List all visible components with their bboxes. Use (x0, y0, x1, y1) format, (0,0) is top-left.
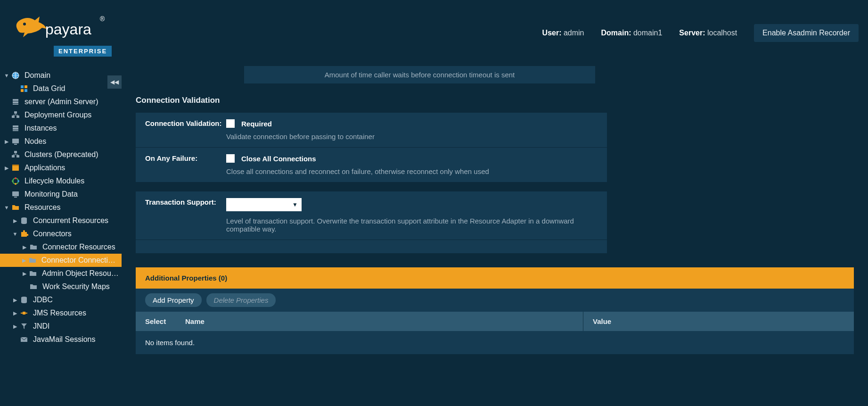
delete-properties-button[interactable]: Delete Properties (206, 293, 276, 307)
monitor-icon (11, 137, 20, 146)
enable-recorder-button[interactable]: Enable Asadmin Recorder (754, 24, 859, 42)
validation-form: Connection Validation: Required Validate… (136, 113, 607, 182)
properties-table-head: Select Name Value (136, 312, 854, 331)
sidebar-item-label: Data Grid (33, 84, 65, 93)
checkbox-close-all-label: Close All Connections (241, 155, 316, 163)
sidebar-item-label: Work Security Maps (42, 282, 110, 291)
properties-empty: No items found. (136, 331, 854, 354)
sidebar-item-label: Concurrent Resources (33, 216, 108, 225)
chevron-right-icon[interactable]: ▶ (12, 218, 18, 224)
th-name: Name (176, 312, 583, 331)
svg-rect-7 (25, 89, 27, 92)
sidebar-item-jndi[interactable]: ▶JNDI (0, 320, 122, 333)
sidebar-item-javamail-sessions[interactable]: JavaMail Sessions (0, 333, 122, 346)
domain-info: Domain: domain1 (601, 29, 663, 37)
cycle-icon (11, 177, 20, 185)
sidebar-item-connector-connection-pools[interactable]: ▶Connector Connection Pools (0, 254, 122, 267)
sidebar-item-jdbc[interactable]: ▶JDBC (0, 293, 122, 307)
additional-properties-header: Additional Properties (0) (136, 267, 854, 289)
help-on-any-failure: Close all connections and reconnect on f… (226, 167, 598, 175)
globe-icon (11, 71, 20, 80)
sidebar-item-label: Monitoring Data (25, 190, 78, 199)
svg-point-27 (15, 183, 16, 185)
server-value: localhost (707, 29, 737, 37)
svg-rect-30 (14, 197, 17, 198)
chevron-down-icon[interactable]: ▼ (12, 231, 18, 237)
sidebar-item-connector-resources[interactable]: ▶Connector Resources (0, 240, 122, 254)
svg-rect-29 (12, 191, 19, 196)
server-label: Server: (679, 29, 705, 37)
row-on-any-failure: On Any Failure: Close All Connections Cl… (136, 148, 607, 182)
sidebar-item-deployment-groups[interactable]: Deployment Groups (0, 108, 122, 122)
chevron-right-icon[interactable]: ▶ (22, 271, 27, 277)
chevron-right-icon[interactable]: ▶ (12, 297, 18, 303)
domain-value: domain1 (633, 29, 662, 37)
timeout-description: Amount of time caller waits before conne… (244, 66, 595, 83)
checkbox-required[interactable] (226, 119, 235, 128)
svg-rect-11 (14, 111, 17, 114)
collapse-sidebar-button[interactable]: ◀◀ (107, 75, 122, 89)
svg-rect-23 (12, 165, 19, 166)
sidebar-item-work-security-maps[interactable]: Work Security Maps (0, 280, 122, 293)
sidebar-item-resources[interactable]: ▼Resources (0, 201, 122, 214)
sidebar-item-server-admin-server[interactable]: server (Admin Server) (0, 95, 122, 108)
enterprise-badge: ENTERPRISE (54, 46, 112, 57)
chevron-down-icon[interactable]: ▼ (4, 205, 9, 210)
sidebar-item-monitoring-data[interactable]: Monitoring Data (0, 188, 122, 201)
sidebar-item-label: Connectors (33, 230, 72, 238)
folder-icon (28, 256, 37, 265)
th-value: Value (583, 312, 854, 331)
sidebar-item-label: server (Admin Server) (25, 98, 98, 106)
sidebar-item-jms-resources[interactable]: ▶JMS Resources (0, 307, 122, 320)
chevron-down-icon[interactable]: ▼ (4, 73, 9, 78)
sidebar-item-label: Connector Connection Pools (41, 256, 119, 265)
label-transaction-support: Transaction Support: (145, 198, 226, 233)
sidebar-item-label: JMS Resources (33, 309, 86, 317)
spacer-row (136, 240, 607, 253)
jms-icon (20, 309, 28, 317)
add-property-button[interactable]: Add Property (145, 293, 202, 307)
sidebar-item-label: JavaMail Sessions (33, 335, 96, 344)
help-transaction-support: Level of transaction support. Overwrite … (226, 217, 598, 233)
row-connection-validation: Connection Validation: Required Validate… (136, 113, 607, 148)
sidebar-item-label: Connector Resources (42, 243, 115, 251)
chevron-right-icon[interactable]: ▶ (4, 139, 9, 145)
sidebar-item-admin-object-resources[interactable]: ▶Admin Object Resources (0, 267, 122, 280)
sidebar-item-concurrent-resources[interactable]: ▶Concurrent Resources (0, 214, 122, 227)
chevron-right-icon[interactable]: ▶ (22, 244, 27, 250)
sidebar-item-label: Applications (25, 164, 65, 172)
connection-validation-title: Connection Validation (136, 96, 854, 105)
svg-point-0 (23, 23, 26, 25)
svg-rect-8 (13, 99, 18, 101)
properties-toolbar: Add Property Delete Properties (136, 289, 854, 312)
chevron-right-icon[interactable]: ▶ (22, 257, 26, 264)
logo-area: payara ® ENTERPRISE (11, 10, 112, 57)
sidebar-item-clusters-deprecated[interactable]: Clusters (Deprecated) (0, 148, 122, 161)
sidebar-item-label: Admin Object Resources (42, 269, 119, 278)
monitor-icon (11, 190, 20, 199)
server-info: Server: localhost (679, 29, 737, 37)
user-label: User: (542, 29, 562, 37)
chevron-down-icon: ▼ (292, 201, 298, 208)
transaction-support-select[interactable]: ▼ (226, 198, 302, 211)
sidebar-item-lifecycle-modules[interactable]: Lifecycle Modules (0, 174, 122, 188)
svg-rect-16 (13, 130, 18, 131)
sidebar-item-data-grid[interactable]: Data Grid (0, 82, 122, 95)
folder-icon (29, 282, 38, 291)
sidebar-item-nodes[interactable]: ▶Nodes (0, 135, 122, 148)
chevron-right-icon[interactable]: ▶ (4, 165, 9, 171)
svg-rect-4 (21, 85, 24, 88)
label-on-any-failure: On Any Failure: (145, 154, 226, 175)
sidebar-item-domain[interactable]: ▼Domain (0, 69, 122, 82)
sidebar-item-instances[interactable]: Instances (0, 122, 122, 135)
chevron-right-icon[interactable]: ▶ (12, 323, 18, 330)
payara-logo: payara ® (11, 10, 106, 48)
svg-rect-33 (23, 312, 25, 315)
sidebar-item-applications[interactable]: ▶Applications (0, 161, 122, 174)
checkbox-close-all[interactable] (226, 154, 235, 163)
sidebar-item-connectors[interactable]: ▼Connectors (0, 227, 122, 240)
filter-icon (20, 322, 28, 331)
chevron-right-icon[interactable]: ▶ (12, 310, 18, 316)
svg-text:payara: payara (45, 21, 91, 38)
sidebar-item-label: Lifecycle Modules (25, 177, 84, 185)
